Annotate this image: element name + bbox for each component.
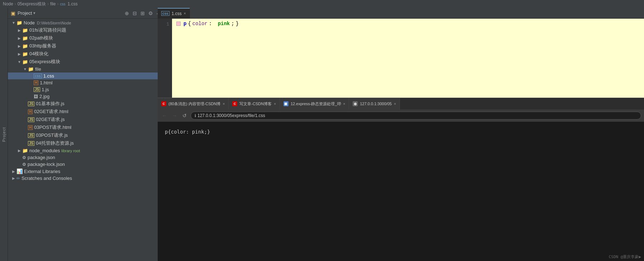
tab-1css-label: 1.css xyxy=(172,11,182,16)
node-path: D:\WebStorm\Node xyxy=(37,21,71,25)
label-1html: 1.html xyxy=(40,80,52,85)
03posthtml-icon: H xyxy=(28,125,33,130)
sidebar-header: ▣ Project ▾ ⊕ ⊟ ⊞ ⚙ — xyxy=(8,8,165,19)
tree-item-02path[interactable]: ▶ 📁 02path模块 xyxy=(8,34,165,42)
tab-css-icon: css xyxy=(161,11,170,16)
color-swatch-pink[interactable] xyxy=(176,22,181,26)
css-selector: p xyxy=(183,20,186,27)
tree-item-1html[interactable]: H 1.html xyxy=(8,79,165,86)
dropdown-arrow-icon[interactable]: ▾ xyxy=(33,11,35,15)
project-vertical-text: Project xyxy=(2,127,6,142)
img-file-icon: 🖼 xyxy=(34,94,38,99)
folder-icon: ▣ xyxy=(11,10,15,16)
line-number-1: 1 xyxy=(158,21,169,28)
tree-item-03posthtml[interactable]: H 03POST请求.html xyxy=(8,123,165,131)
bc-file[interactable]: file xyxy=(50,1,56,6)
bc-express[interactable]: 05express模块 xyxy=(18,1,46,7)
back-button[interactable]: ← xyxy=(161,112,168,120)
tree-item-node-root[interactable]: ▼ 📁 Node D:\WebStorm\Node xyxy=(8,19,165,26)
label-04static: 04托管静态资源.js xyxy=(36,140,73,146)
breadcrumb-bar: Node › 05express模块 › file › css 1.css xyxy=(0,0,644,8)
browser-tab-1[interactable]: C (80条消息) 内容管理-CSDN博 × xyxy=(158,98,229,109)
label-1css: 1.css xyxy=(43,73,54,79)
browser-tab-3[interactable]: ▦ 12.express-静态资源处理_哔 × xyxy=(280,98,349,109)
arrow-05express: ▼ xyxy=(16,60,22,64)
folder-04mod-icon: 📁 xyxy=(22,51,28,57)
js-file-icon: JS xyxy=(34,87,40,92)
tree-item-1js[interactable]: JS 1.js xyxy=(8,86,165,93)
tree-item-05express[interactable]: ▼ 📁 05express模块 xyxy=(8,58,165,66)
editor-tab-bar: css 1.css × xyxy=(158,8,644,19)
project-vertical-label[interactable]: Project xyxy=(0,8,8,261)
arrow-node-modules: ▶ xyxy=(16,149,22,153)
bc-sep3: › xyxy=(57,1,58,6)
tree-item-04mod[interactable]: ▶ 📁 04模块化 xyxy=(8,50,165,58)
tree-item-02getjs[interactable]: JS 02GET请求.js xyxy=(8,116,165,123)
url-bar[interactable]: ℹ 127.0.0.1:3000/05express/file/1.css xyxy=(191,112,641,120)
tree-item-03http[interactable]: ▶ 📁 03http服务器 xyxy=(8,42,165,50)
tree-item-01fs[interactable]: ▶ 📁 01fs读写路径问题 xyxy=(8,26,165,34)
browser-tabs: C (80条消息) 内容管理-CSDN博 × C 写文章-CSDN博客 × ▦ … xyxy=(158,98,644,109)
add-file-icon[interactable]: ⊕ xyxy=(124,10,130,17)
arrow-03postjs xyxy=(22,134,28,138)
tree-item-node-modules[interactable]: ▶ 📁 node_modules library root xyxy=(8,147,165,154)
bt-text-2: 写文章-CSDN博客 xyxy=(239,101,272,107)
expand-all-icon[interactable]: ⊞ xyxy=(140,10,146,17)
tree-item-file[interactable]: ▼ 📁 file xyxy=(8,66,165,73)
bt-close-3[interactable]: × xyxy=(343,102,345,106)
browser-tab-2[interactable]: C 写文章-CSDN博客 × xyxy=(229,98,280,109)
sidebar-panel: Project ▣ Project ▾ ⊕ ⊟ ⊞ ⚙ — xyxy=(0,8,158,261)
arrow-02gethtml xyxy=(22,110,28,114)
arrow-1js xyxy=(28,88,34,92)
tree-item-1css[interactable]: css 1.css xyxy=(8,73,165,79)
css-colon: : xyxy=(209,20,212,27)
arrow-node-root: ▼ xyxy=(11,21,16,25)
tree-item-04static[interactable]: JS 04托管静态资源.js xyxy=(8,139,165,147)
sidebar: ▣ Project ▾ ⊕ ⊟ ⊞ ⚙ — ▼ xyxy=(8,8,166,261)
browser-tab-4[interactable]: ⊕ 127.0.0.1:3000/05 × xyxy=(349,98,400,109)
css-value: pink xyxy=(218,20,230,27)
refresh-button[interactable]: ↺ xyxy=(181,112,189,120)
arrow-01fs: ▶ xyxy=(16,28,22,32)
tree-item-2jpg[interactable]: 🖼 2.jpg xyxy=(8,93,165,100)
arrow-file: ▼ xyxy=(22,67,28,71)
bt-close-1[interactable]: × xyxy=(223,102,225,106)
bt-text-1: (80条消息) 内容管理-CSDN博 xyxy=(168,101,220,107)
tree-item-pkglock[interactable]: ⚙ package-lock.json xyxy=(8,161,165,168)
bc-1css[interactable]: 1.css xyxy=(67,1,77,6)
arrow-04mod: ▶ xyxy=(16,52,22,56)
editor-area: 1 p{color: pink;} C (80条消息) 内容管理-CSDN博 xyxy=(158,19,644,261)
label-1js: 1.js xyxy=(42,87,49,92)
label-pkgjson: package.json xyxy=(28,155,55,160)
04static-icon: JS xyxy=(28,141,34,146)
tree-item-scratches[interactable]: ▶ ✏ Scratches and Consoles xyxy=(8,175,165,182)
bc-node[interactable]: Node xyxy=(3,1,13,6)
label-03posthtml: 03POST请求.html xyxy=(34,124,71,131)
forward-button[interactable]: → xyxy=(171,112,178,120)
tab-close-btn[interactable]: × xyxy=(184,11,186,15)
arrow-2jpg xyxy=(28,94,34,98)
tree-item-extlibs[interactable]: ▶ 📊 External Libraries xyxy=(8,168,165,175)
label-pkglock: package-lock.json xyxy=(28,162,65,167)
tab-1css[interactable]: css 1.css × xyxy=(158,8,190,18)
css-semi: ; xyxy=(231,20,234,27)
tree-item-02gethtml[interactable]: H 02GET请求.html xyxy=(8,108,165,116)
label-01basic: 01基本操作.js xyxy=(36,101,64,107)
arrow-1html xyxy=(28,81,34,85)
label-01fs: 01fs读写路径问题 xyxy=(29,27,66,33)
project-title: Project ▾ xyxy=(18,10,35,16)
folder-node-modules-icon: 📁 xyxy=(22,148,28,153)
settings-icon[interactable]: ⚙ xyxy=(148,10,154,17)
browser-address-bar: ← → ↺ ℹ 127.0.0.1:3000/05express/file/1.… xyxy=(158,109,644,122)
collapse-all-icon[interactable]: ⊟ xyxy=(132,10,138,17)
bt-close-2[interactable]: × xyxy=(274,102,276,106)
02gethtml-icon: H xyxy=(28,109,33,114)
css-file-icon: css xyxy=(34,74,42,78)
main-area: Project ▣ Project ▾ ⊕ ⊟ ⊞ ⚙ — xyxy=(0,8,644,261)
tree-item-01basic[interactable]: JS 01基本操作.js xyxy=(8,100,165,108)
tree-item-03postjs[interactable]: JS 03POST请求.js xyxy=(8,131,165,139)
label-04mod: 04模块化 xyxy=(29,51,48,57)
css-brace-close: } xyxy=(236,20,239,27)
tree-item-pkgjson[interactable]: ⚙ package.json xyxy=(8,154,165,161)
bt-close-4[interactable]: × xyxy=(394,102,396,106)
